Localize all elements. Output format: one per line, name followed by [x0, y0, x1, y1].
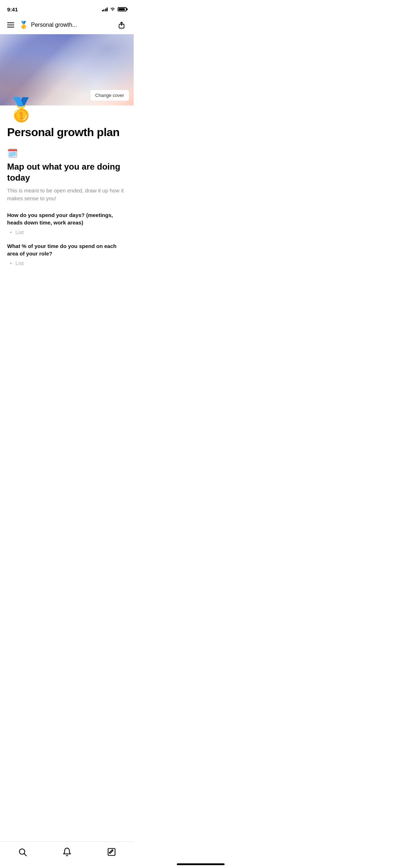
- menu-button[interactable]: [6, 21, 16, 29]
- subsection-percentage: What % of your time do you spend on each…: [7, 242, 127, 266]
- bullet-dot-1: •: [10, 229, 12, 235]
- subsection-label-1: How do you spend your days? (meetings, h…: [7, 211, 127, 226]
- bullet-placeholder-1[interactable]: List: [15, 229, 24, 235]
- signal-bars-icon: [102, 7, 108, 11]
- status-time: 9:41: [7, 6, 18, 12]
- page-title: Personal growth plan: [7, 125, 127, 139]
- svg-point-0: [113, 10, 113, 11]
- bullet-item-1: • List: [7, 229, 127, 235]
- bullet-item-2: • List: [7, 260, 127, 266]
- nav-title-area: 🥇 Personal growth...: [19, 21, 112, 29]
- page-icon-area: 🥇: [0, 98, 134, 121]
- cover-image: Change cover: [0, 34, 134, 105]
- nav-title: Personal growth...: [31, 22, 77, 28]
- nav-emoji: 🥇: [19, 21, 28, 29]
- status-bar: 9:41: [0, 0, 134, 16]
- status-icons: [102, 7, 127, 11]
- subsection-days: How do you spend your days? (meetings, h…: [7, 211, 127, 235]
- page-content: Personal growth plan 🗓️ Map out what you…: [0, 121, 134, 309]
- page-icon-emoji: 🥇: [7, 98, 127, 121]
- bullet-dot-2: •: [10, 260, 12, 266]
- section-emoji-1: 🗓️: [7, 148, 18, 159]
- section-heading-text-1: Map out what you are doing today: [7, 161, 127, 183]
- share-button[interactable]: [115, 19, 128, 31]
- section-description-1: This is meant to be open ended, draw it …: [7, 187, 127, 203]
- subsection-label-2: What % of your time do you spend on each…: [7, 242, 127, 257]
- wifi-icon: [110, 7, 115, 11]
- section-map-today: 🗓️ Map out what you are doing today This…: [7, 148, 127, 266]
- section-heading-1: 🗓️ Map out what you are doing today: [7, 148, 127, 183]
- battery-icon: [118, 7, 127, 11]
- share-icon-2: [118, 21, 125, 29]
- nav-bar: 🥇 Personal growth...: [0, 16, 134, 34]
- bullet-placeholder-2[interactable]: List: [15, 260, 24, 266]
